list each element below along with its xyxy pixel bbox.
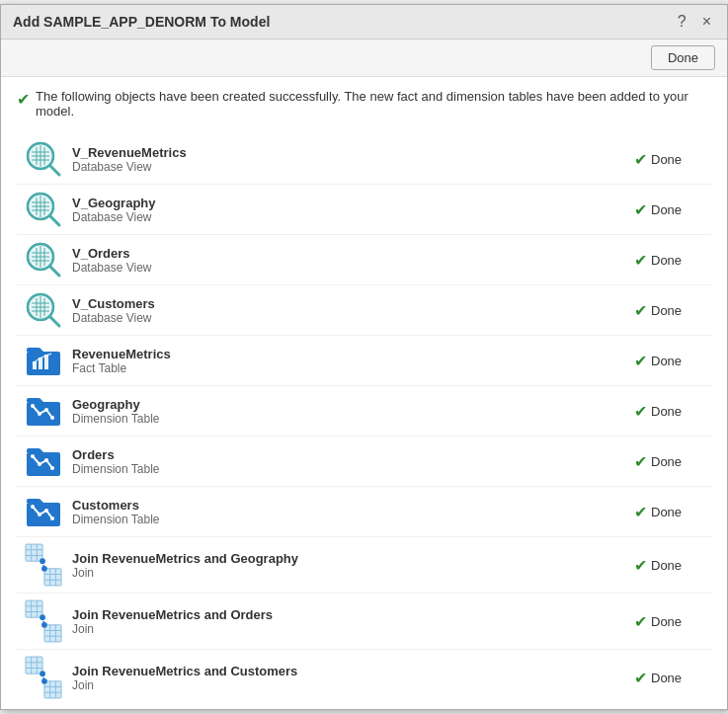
success-text: The following objects have been created … [36, 89, 711, 119]
status-check-icon: ✔ [634, 150, 647, 169]
add-to-model-dialog: Add SAMPLE_APP_DENORM To Model ? × Done … [0, 4, 728, 710]
svg-rect-68 [26, 600, 42, 617]
status-check-icon: ✔ [634, 301, 647, 320]
item-status: ✔ Done [634, 150, 703, 169]
done-button[interactable]: Done [651, 45, 715, 70]
item-info: Orders Dimension Table [72, 447, 634, 476]
list-item: Join RevenueMetrics and Orders Join ✔ Do… [17, 594, 711, 650]
svg-point-65 [40, 558, 45, 564]
svg-rect-73 [44, 625, 61, 642]
svg-line-8 [50, 166, 59, 175]
svg-rect-55 [26, 544, 42, 561]
database-view-icon [25, 191, 62, 228]
list-item: Join RevenueMetrics and Customers Join ✔… [17, 650, 711, 705]
item-name: Join RevenueMetrics and Geography [72, 551, 634, 566]
status-label: Done [651, 253, 682, 268]
svg-point-51 [31, 505, 35, 509]
database-view-icon [25, 241, 62, 278]
item-name: V_Orders [72, 246, 634, 261]
item-name: Join RevenueMetrics and Orders [72, 607, 634, 622]
join-icon [25, 599, 62, 643]
svg-point-79 [41, 622, 47, 628]
item-type: Database View [72, 160, 634, 174]
database-view-icon [25, 291, 62, 329]
item-info: V_Orders Database View [72, 246, 634, 275]
status-check-icon: ✔ [634, 612, 647, 631]
status-label: Done [651, 354, 682, 368]
svg-rect-36 [27, 352, 60, 375]
status-label: Done [651, 671, 682, 685]
item-type: Database View [72, 311, 634, 325]
item-status: ✔ Done [634, 251, 703, 270]
list-item: Orders Dimension Table ✔ Done [17, 436, 711, 487]
dialog-title: Add SAMPLE_APP_DENORM To Model [13, 14, 270, 30]
item-status: ✔ Done [634, 556, 703, 575]
item-name: V_Customers [72, 296, 634, 311]
svg-line-35 [50, 317, 59, 326]
item-name: Join RevenueMetrics and Customers [72, 664, 634, 678]
status-label: Done [651, 505, 682, 519]
list-item: Geography Dimension Table ✔ Done [17, 386, 711, 436]
svg-point-92 [41, 678, 47, 684]
fact-table-icon [25, 342, 62, 379]
item-name: V_RevenueMetrics [72, 145, 634, 160]
item-status: ✔ Done [634, 352, 703, 370]
item-status: ✔ Done [634, 301, 703, 320]
item-info: V_Customers Database View [72, 296, 634, 325]
database-view-icon [25, 140, 62, 178]
item-name: Customers [72, 498, 634, 513]
status-label: Done [651, 454, 682, 469]
item-status: ✔ Done [634, 200, 703, 219]
item-status: ✔ Done [634, 452, 703, 471]
item-info: V_Geography Database View [72, 196, 634, 224]
item-name: Geography [72, 397, 634, 412]
list-item: V_Geography Database View ✔ Done [17, 185, 711, 235]
item-type: Dimension Table [72, 412, 634, 426]
svg-point-91 [40, 671, 45, 676]
svg-rect-81 [26, 657, 42, 674]
list-item: Join RevenueMetrics and Geography Join ✔… [17, 537, 711, 594]
item-status: ✔ Done [634, 612, 703, 631]
status-label: Done [651, 152, 682, 167]
item-info: Customers Dimension Table [72, 498, 634, 526]
svg-point-42 [38, 412, 41, 416]
status-check-icon: ✔ [634, 402, 647, 421]
svg-point-41 [31, 404, 35, 408]
item-type: Join [72, 622, 634, 636]
svg-line-26 [50, 267, 59, 276]
list-item: V_Customers Database View ✔ Done [17, 285, 711, 336]
list-item: RevenueMetrics Fact Table ✔ Done [17, 336, 711, 386]
dimension-table-icon [25, 442, 62, 480]
join-icon [25, 656, 62, 699]
status-label: Done [651, 303, 682, 318]
success-message: ✔ The following objects have been create… [17, 89, 711, 119]
items-list: V_RevenueMetrics Database View ✔ Done V_… [17, 134, 711, 705]
item-name: V_Geography [72, 196, 634, 210]
item-status: ✔ Done [634, 503, 703, 521]
success-check-icon: ✔ [17, 90, 30, 109]
item-status: ✔ Done [634, 669, 703, 687]
svg-point-47 [38, 462, 41, 466]
item-type: Fact Table [72, 361, 634, 375]
item-type: Database View [72, 210, 634, 224]
svg-point-44 [50, 416, 54, 420]
svg-point-53 [44, 509, 48, 513]
item-type: Join [72, 566, 634, 580]
svg-rect-86 [44, 681, 61, 698]
help-button[interactable]: ? [674, 13, 690, 31]
item-info: Join RevenueMetrics and Orders Join [72, 607, 634, 636]
item-type: Dimension Table [72, 462, 634, 476]
title-bar: Add SAMPLE_APP_DENORM To Model ? × [1, 5, 727, 40]
svg-point-54 [50, 516, 54, 520]
svg-point-52 [38, 513, 41, 516]
item-name: RevenueMetrics [72, 347, 634, 361]
status-check-icon: ✔ [634, 503, 647, 521]
svg-point-78 [40, 614, 45, 620]
status-label: Done [651, 404, 682, 419]
status-check-icon: ✔ [634, 556, 647, 575]
close-button[interactable]: × [698, 13, 715, 31]
status-check-icon: ✔ [634, 251, 647, 270]
item-type: Database View [72, 261, 634, 275]
status-check-icon: ✔ [634, 452, 647, 471]
status-check-icon: ✔ [634, 200, 647, 219]
